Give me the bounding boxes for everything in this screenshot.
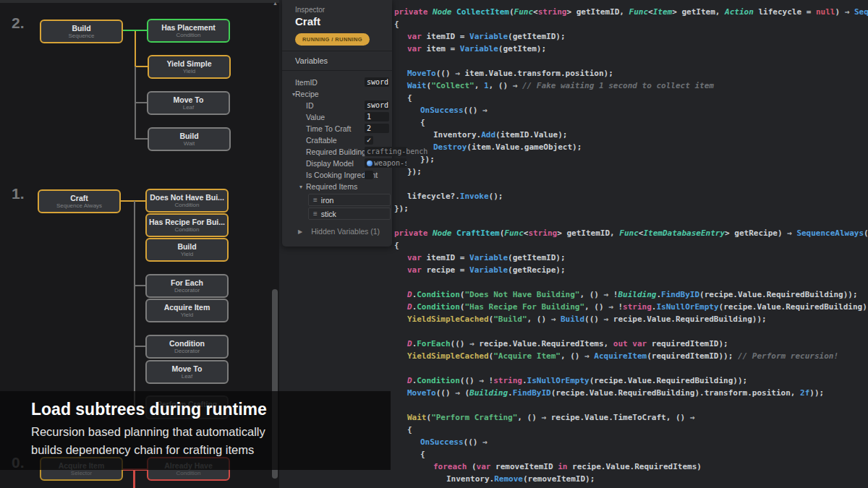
variable-row[interactable]: IDsword (282, 100, 392, 111)
node-subtitle: Yield (181, 312, 194, 318)
checkbox[interactable] (365, 171, 373, 179)
required-item-value: stick (321, 210, 336, 218)
code-line: { (394, 448, 868, 461)
code-line: D.ForEach(() ⇒ recipe.Value.RequiredItem… (394, 338, 868, 350)
node-title: Does Not Have Bui... (150, 193, 224, 202)
caption-subtitle-line2: builds dependency chain for crafting ite… (31, 443, 254, 457)
node-subtitle: Condition (176, 32, 201, 38)
tree-connector (135, 66, 148, 67)
variable-label: Craftable (282, 136, 337, 145)
required-item-value: iron (321, 196, 334, 205)
variable-row[interactable]: ItemIDsword (282, 77, 392, 88)
variable-row[interactable]: Is Cooking Ingredient (282, 169, 392, 181)
code-line (394, 178, 868, 190)
code-line: { (394, 424, 868, 436)
tree-connector (134, 285, 145, 286)
code-line: }); (394, 202, 868, 215)
object-field[interactable]: weapon-sw (365, 158, 407, 168)
code-line (394, 399, 868, 411)
tree-connector (135, 138, 148, 140)
tree-node-yieldSimple[interactable]: Yield SimpleYield (148, 55, 231, 79)
code-line: { (394, 18, 868, 30)
variable-row[interactable]: ▾Required Items (282, 181, 392, 192)
tree-node-build1[interactable]: BuildYield (145, 238, 229, 262)
node-title: Condition (169, 339, 205, 348)
variable-label: Required Building (282, 147, 366, 156)
code-line: }); (394, 166, 868, 178)
code-line (394, 362, 868, 374)
code-line: YieldSimpleCached("Build", () ⇒ Build(()… (394, 313, 868, 325)
code-line: Inventory.Remove(removeItemID); (394, 473, 868, 485)
code-line: var item = Variable(getItem); (394, 43, 868, 55)
tree-node-hasPlacement[interactable]: Has PlacementCondition (147, 19, 230, 43)
variables-section-header[interactable]: Variables (282, 51, 392, 71)
variable-value-field[interactable]: crafting-bench (365, 147, 407, 156)
code-line: MoveTo(() ⇒ (Building.FindByID(recipe.Va… (394, 387, 868, 399)
node-subtitle: Wait (184, 140, 195, 147)
node-subtitle: Yield (183, 68, 196, 74)
required-item-row[interactable]: ≡iron (308, 194, 391, 206)
code-line: lifecycle?.Invoke(); (394, 190, 868, 202)
tree-node-craft[interactable]: CraftSequence Always (38, 189, 121, 213)
foldout-open-icon[interactable]: ▾ (299, 184, 302, 190)
code-line: Inventory.Add(itemID.Value); (394, 129, 868, 141)
node-subtitle: Leaf (183, 104, 195, 111)
section-label: 2. (12, 14, 25, 32)
node-subtitle: Condition (175, 202, 200, 208)
tree-connector (133, 468, 135, 488)
tree-connector (121, 200, 145, 202)
tree-connector (134, 346, 145, 347)
tree-node-acquireItem1[interactable]: Acquire ItemYield (145, 299, 229, 322)
code-line: Wait("Perform Crafting", () ⇒ recipe.Val… (394, 411, 868, 424)
variable-row[interactable]: Value1 (282, 111, 392, 123)
hidden-variables-foldout[interactable]: ▶ Hidden Variables (1) (282, 226, 392, 237)
code-line: var itemID = Variable(getItemID); (394, 252, 868, 264)
drag-handle-icon[interactable]: ≡ (309, 210, 321, 218)
caption-subtitle-line1: Recursion based planning that automatica… (31, 425, 265, 439)
node-subtitle: Condition (176, 470, 201, 476)
tree-node-forEach[interactable]: For EachDecorator (145, 274, 229, 298)
tree-node-dnhb[interactable]: Does Not Have Bui...Condition (145, 189, 229, 213)
status-badge: RUNNING / RUNNING (295, 33, 370, 46)
tree-connector (123, 30, 148, 31)
variable-row[interactable]: Display Modelweapon-sw (282, 158, 392, 169)
foldout-open-icon[interactable]: ▾ (292, 91, 295, 98)
node-title: Acquire Item (164, 303, 210, 312)
variable-value-field[interactable]: 2 (365, 124, 389, 133)
tree-node-condition1[interactable]: ConditionDecorator (145, 335, 229, 359)
scroll-up-arrow[interactable]: ▲ (273, 1, 278, 7)
inspector-panel: Inspector Craft RUNNING / RUNNING Variab… (282, 0, 392, 247)
tree-node-build2[interactable]: BuildSequence (40, 20, 123, 43)
checkbox[interactable]: ✓ (365, 136, 373, 145)
variable-row[interactable]: ▾Recipe (282, 88, 392, 100)
variable-value-field[interactable]: 1 (365, 112, 389, 121)
variable-label: Is Cooking Ingredient (282, 171, 378, 179)
code-line: private Node CollectItem(Func<string> ge… (394, 6, 868, 18)
node-subtitle: Condition (175, 226, 200, 233)
drag-handle-icon[interactable]: ≡ (309, 196, 321, 204)
inspector-label: Inspector (295, 6, 325, 14)
tree-node-buildWait[interactable]: BuildWait (148, 127, 231, 151)
tree-node-hrfb[interactable]: Has Recipe For Bui...Condition (145, 213, 229, 237)
variable-value-field[interactable]: sword (365, 100, 389, 110)
prefab-icon (367, 160, 373, 166)
code-line: foreach (var removeItemID in recipe.Valu… (394, 461, 868, 473)
tree-node-moveTo1[interactable]: Move ToLeaf (145, 360, 229, 384)
variable-label: Time To Craft (282, 124, 351, 133)
code-line: private Node CraftItem(Func<string> getI… (394, 227, 868, 239)
code-line: { (394, 116, 868, 129)
code-line: { (394, 92, 868, 104)
variable-label: Value (282, 113, 325, 121)
required-item-row[interactable]: ≡stick (308, 207, 391, 220)
node-title: Craft (70, 194, 88, 202)
tree-panel-top-strip (0, 0, 279, 3)
code-line (394, 276, 868, 288)
tree-node-moveTo2[interactable]: Move ToLeaf (147, 91, 230, 115)
code-line (394, 325, 868, 338)
variable-value-field[interactable]: sword (365, 77, 389, 87)
node-title: Build (179, 132, 198, 140)
variable-row[interactable]: Time To Craft2 (282, 123, 392, 134)
variable-row[interactable]: Craftable✓ (282, 134, 392, 146)
node-title: Build (72, 24, 90, 33)
variable-row[interactable]: Required Buildingcrafting-bench (282, 146, 392, 158)
